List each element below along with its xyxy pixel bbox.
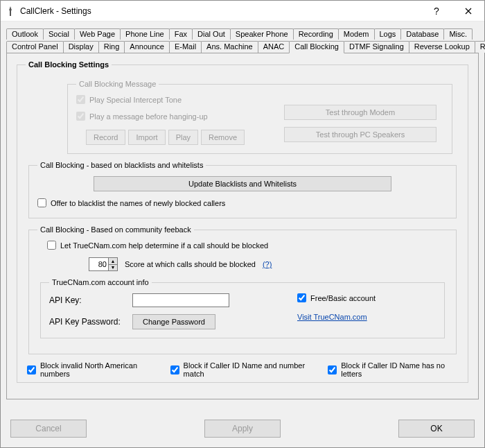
tab-control-panel[interactable]: Control Panel — [6, 41, 64, 53]
app-icon — [5, 6, 16, 17]
close-button[interactable] — [452, 1, 484, 21]
tab-anac[interactable]: ANAC — [258, 41, 290, 53]
tab-run-program[interactable]: Run Program — [475, 41, 485, 53]
legend-settings: Call Blocking Settings — [26, 60, 112, 69]
tabs-row-1: OutlookSocialWeb PagePhone LineFaxDial O… — [6, 28, 479, 40]
checkbox-play-tone-input — [76, 95, 85, 104]
label-play-tone: Play Special Intercept Tone — [89, 96, 182, 104]
remove-button: Remove — [201, 130, 245, 145]
score-down[interactable]: ▼ — [108, 264, 118, 272]
checkbox-invalid-na-input[interactable] — [27, 365, 36, 374]
label-invalid-na: Block invalid North American numbers — [40, 361, 159, 378]
checkbox-no-letters-input[interactable] — [328, 365, 337, 374]
tab-fax[interactable]: Fax — [169, 28, 193, 40]
label-name-number-match: Block if Caller ID Name and number match — [184, 361, 317, 378]
label-play-message: Play a message before hanging-up — [89, 112, 208, 121]
score-label: Score at which calls should be blocked — [125, 260, 256, 268]
client-area: OutlookSocialWeb PagePhone LineFaxDial O… — [1, 21, 484, 447]
checkbox-play-message: Play a message before hanging-up — [76, 112, 208, 121]
score-spinner[interactable]: ▲ ▼ — [89, 257, 118, 271]
checkbox-offer-blacklist-input[interactable] — [37, 198, 46, 207]
api-key-input[interactable] — [132, 293, 229, 307]
legend-blocking-message: Call Blocking Message — [76, 80, 159, 88]
tab-display[interactable]: Display — [63, 41, 99, 53]
apply-button: Apply — [204, 420, 281, 438]
checkbox-play-message-input — [76, 112, 85, 121]
play-button: Play — [168, 130, 198, 145]
score-input[interactable] — [89, 257, 108, 271]
tab-modem[interactable]: Modem — [338, 28, 375, 40]
group-blocking-message: Call Blocking Message Play Special Inter… — [67, 80, 452, 154]
window-title: CallClerk - Settings — [20, 6, 421, 16]
tab-database[interactable]: Database — [400, 28, 444, 40]
legend-community: Call Blocking - Based on community feeba… — [37, 225, 194, 234]
checkbox-offer-blacklist[interactable]: Offer to blacklist the names of newly bl… — [37, 198, 225, 207]
legend-lists: Call Blocking - based on blacklists and … — [37, 161, 206, 169]
group-call-blocking-settings: Call Blocking Settings Call Blocking Mes… — [17, 60, 468, 383]
group-lists: Call Blocking - based on blacklists and … — [28, 161, 457, 218]
tab-dtmf-signaling[interactable]: DTMF Signaling — [344, 41, 409, 53]
import-button: Import — [128, 130, 165, 145]
tab-call-blocking[interactable]: Call Blocking — [289, 41, 344, 53]
dialog-button-bar: Cancel Apply OK — [1, 413, 484, 447]
checkbox-invalid-na[interactable]: Block invalid North American numbers — [27, 361, 159, 378]
group-community: Call Blocking - Based on community feeba… — [28, 225, 457, 354]
close-icon — [465, 8, 472, 15]
update-lists-button[interactable]: Update Blacklists and Whitelists — [94, 176, 391, 191]
tab-misc[interactable]: Misc. — [443, 28, 473, 40]
titlebar: CallClerk - Settings ? — [1, 1, 484, 21]
score-help-link[interactable]: (?) — [263, 260, 272, 268]
settings-window: CallClerk - Settings ? OutlookSocialWeb … — [0, 0, 485, 448]
checkbox-name-number-match-input[interactable] — [170, 365, 179, 374]
checkbox-free-basic-input[interactable] — [297, 293, 306, 302]
tab-social[interactable]: Social — [43, 28, 75, 40]
tab-announce[interactable]: Announce — [124, 41, 170, 53]
checkbox-truecnam[interactable]: Let TrueCNam.com help determine if a cal… — [47, 241, 268, 250]
change-password-button[interactable]: Change Password — [132, 314, 215, 329]
label-api-pass: API Key Password: — [49, 317, 125, 327]
help-button[interactable]: ? — [421, 1, 452, 21]
tab-dial-out[interactable]: Dial Out — [192, 28, 231, 40]
record-button: Record — [86, 130, 125, 145]
tab-phone-line[interactable]: Phone Line — [120, 28, 170, 40]
tab-e-mail[interactable]: E-Mail — [169, 41, 202, 53]
label-no-letters: Block if Caller ID Name has no letters — [341, 361, 458, 378]
cancel-button: Cancel — [10, 420, 87, 438]
checkbox-no-letters[interactable]: Block if Caller ID Name has no letters — [328, 361, 458, 378]
score-up[interactable]: ▲ — [108, 257, 118, 264]
test-modem-button: Test through Modem — [284, 105, 436, 120]
checkbox-play-tone: Play Special Intercept Tone — [76, 95, 182, 104]
test-speakers-button: Test through PC Speakers — [284, 127, 436, 142]
checkbox-name-number-match[interactable]: Block if Caller ID Name and number match — [170, 361, 317, 378]
label-offer-blacklist: Offer to blacklist the names of newly bl… — [51, 199, 225, 207]
visit-truecnam-link[interactable]: Visit TrueCNam.com — [297, 313, 367, 321]
tab-ring[interactable]: Ring — [98, 41, 125, 53]
ok-button[interactable]: OK — [398, 420, 475, 438]
label-api-key: API Key: — [49, 295, 125, 305]
label-truecnam: Let TrueCNam.com help determine if a cal… — [60, 241, 268, 250]
tab-recording[interactable]: Recording — [293, 28, 339, 40]
tab-web-page[interactable]: Web Page — [74, 28, 121, 40]
group-account-info: TrueCNam.com account info API Key: API K… — [40, 278, 445, 338]
tab-ans-machine[interactable]: Ans. Machine — [201, 41, 258, 53]
tabs-row-2: Control PanelDisplayRingAnnounceE-MailAn… — [6, 41, 479, 53]
label-free-basic: Free/Basic account — [310, 294, 376, 302]
checkbox-truecnam-input[interactable] — [47, 241, 56, 250]
tab-panel: Call Blocking Settings Call Blocking Mes… — [6, 53, 479, 399]
tab-outlook[interactable]: Outlook — [6, 28, 44, 40]
tab-reverse-lookup[interactable]: Reverse Lookup — [409, 41, 475, 53]
legend-account-info: TrueCNam.com account info — [49, 278, 152, 286]
tab-logs[interactable]: Logs — [374, 28, 402, 40]
tab-speaker-phone[interactable]: Speaker Phone — [230, 28, 294, 40]
checkbox-free-basic[interactable]: Free/Basic account — [297, 293, 436, 302]
